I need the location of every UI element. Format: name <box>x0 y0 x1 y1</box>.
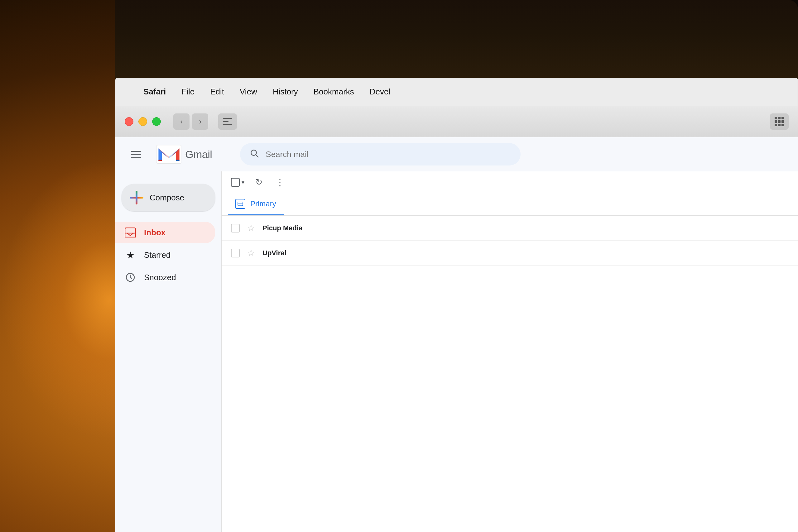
menu-safari[interactable]: Safari <box>144 87 166 97</box>
browser-chrome: ‹ › <box>115 106 798 137</box>
primary-tab-label: Primary <box>250 200 276 208</box>
menu-view[interactable]: View <box>240 87 257 97</box>
window-controls <box>125 117 161 126</box>
email-checkbox[interactable] <box>231 249 240 258</box>
hamburger-line <box>131 157 141 158</box>
gmail-header: Gmail <box>115 137 798 171</box>
sidebar-item-snoozed[interactable]: Snoozed <box>115 267 215 288</box>
more-options-button[interactable]: ⋮ <box>273 175 287 189</box>
navigation-buttons: ‹ › <box>173 113 208 130</box>
svg-line-13 <box>130 278 132 278</box>
table-row[interactable]: ☆ Picup Media <box>222 216 798 241</box>
select-all-area[interactable]: ▾ <box>231 178 244 187</box>
search-mail-input[interactable] <box>266 150 511 159</box>
gmail-wordmark: Gmail <box>185 148 212 160</box>
back-button[interactable]: ‹ <box>173 113 190 130</box>
gmail-logo: Gmail <box>156 145 212 164</box>
screen: Safari File Edit View History Bookmarks … <box>115 78 798 532</box>
compose-label: Compose <box>150 193 184 203</box>
svg-rect-5 <box>158 160 162 161</box>
primary-tab-icon <box>235 199 245 209</box>
email-toolbar: ▾ ↻ ⋮ <box>222 171 798 193</box>
starred-label: Starred <box>144 250 171 260</box>
forward-button[interactable]: › <box>192 113 208 130</box>
email-star-icon[interactable]: ☆ <box>247 223 255 233</box>
grid-icon <box>775 117 784 126</box>
inbox-icon <box>124 226 136 239</box>
refresh-icon: ↻ <box>255 177 263 187</box>
sidebar-item-starred[interactable]: ★ Starred <box>115 244 215 266</box>
snoozed-label: Snoozed <box>144 273 176 282</box>
forward-arrow-icon: › <box>199 117 202 126</box>
menu-develop[interactable]: Devel <box>370 87 390 97</box>
apps-grid-button[interactable] <box>770 113 788 130</box>
menu-edit[interactable]: Edit <box>210 87 224 97</box>
table-row[interactable]: ☆ UpViral <box>222 241 798 266</box>
email-sender: Picup Media <box>263 224 350 232</box>
gmail-m-icon <box>156 145 182 164</box>
refresh-button[interactable]: ↻ <box>252 175 266 189</box>
more-icon: ⋮ <box>275 178 285 187</box>
svg-rect-14 <box>238 202 243 206</box>
gmail-app: Gmail <box>115 137 798 532</box>
inbox-label: Inbox <box>144 228 166 238</box>
svg-line-8 <box>256 155 258 157</box>
gmail-sidebar: Compose Inbox <box>115 171 221 532</box>
gmail-search-bar[interactable] <box>240 143 520 166</box>
sidebar-toggle-icon <box>223 118 232 125</box>
email-star-icon[interactable]: ☆ <box>247 248 255 258</box>
menu-bookmarks[interactable]: Bookmarks <box>314 87 354 97</box>
menu-file[interactable]: File <box>182 87 194 97</box>
compose-plus-icon <box>130 191 144 205</box>
gmail-main-content: Compose Inbox <box>115 171 798 532</box>
gmail-email-list: ▾ ↻ ⋮ <box>221 171 798 532</box>
maximize-window-button[interactable] <box>152 117 161 126</box>
sidebar-item-inbox[interactable]: Inbox <box>115 222 215 243</box>
select-all-checkbox[interactable] <box>231 178 240 187</box>
back-arrow-icon: ‹ <box>180 117 183 126</box>
laptop-bezel-top <box>115 0 798 81</box>
email-checkbox[interactable] <box>231 224 240 232</box>
select-dropdown-chevron[interactable]: ▾ <box>242 179 244 186</box>
hamburger-menu-button[interactable] <box>128 148 144 161</box>
hamburger-line <box>131 151 141 152</box>
svg-rect-6 <box>176 160 179 161</box>
snoozed-icon <box>124 271 136 284</box>
starred-icon: ★ <box>124 249 136 261</box>
email-sender: UpViral <box>263 249 350 257</box>
sidebar-toggle-button[interactable] <box>218 113 237 130</box>
search-icon <box>249 148 259 160</box>
compose-button[interactable]: Compose <box>121 184 215 211</box>
hamburger-line <box>131 154 141 155</box>
macos-menubar: Safari File Edit View History Bookmarks … <box>115 78 798 106</box>
close-window-button[interactable] <box>125 117 133 126</box>
primary-tab[interactable]: Primary <box>228 193 284 215</box>
email-tabs: Primary <box>222 193 798 216</box>
menu-history[interactable]: History <box>273 87 298 97</box>
laptop-frame: Safari File Edit View History Bookmarks … <box>115 0 798 532</box>
minimize-window-button[interactable] <box>138 117 147 126</box>
